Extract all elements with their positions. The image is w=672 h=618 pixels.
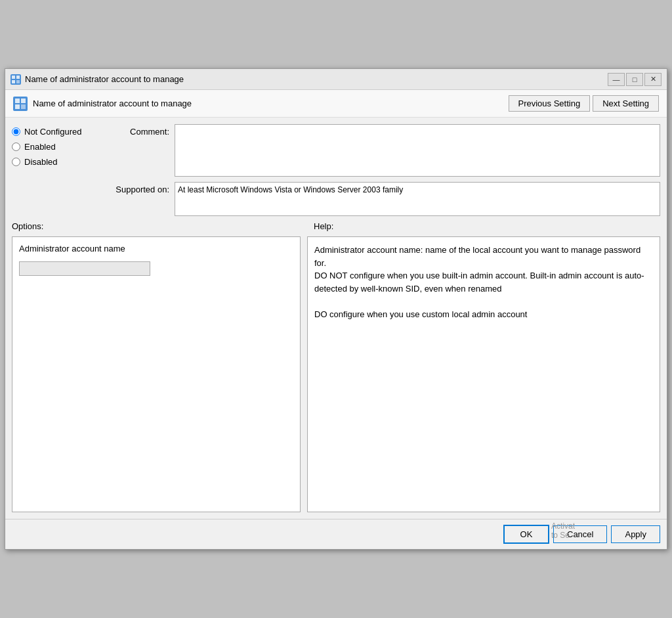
bottom-area: Activatto Se OK Cancel Apply [5,519,667,549]
svg-rect-0 [12,76,15,79]
main-content: Not Configured Enabled Disabled Comment: [5,118,667,519]
apply-button[interactable]: Apply [611,525,660,543]
radio-enabled[interactable]: Enabled [12,142,97,152]
title-bar: Name of administrator account to manage … [5,69,667,90]
form-section: Comment: Supported on: At least Microsof… [104,124,660,216]
help-text: Administrator account name: name of the … [314,244,653,295]
top-section: Not Configured Enabled Disabled Comment: [12,124,660,216]
minimize-button[interactable]: — [608,73,625,86]
svg-rect-3 [16,80,20,83]
radio-not-configured[interactable]: Not Configured [12,127,97,137]
window-title: Name of administrator account to manage [25,74,608,84]
comment-row: Comment: [104,124,660,177]
svg-rect-2 [12,80,15,83]
radio-disabled[interactable]: Disabled [12,157,97,167]
svg-rect-7 [21,104,26,109]
panels-row: Administrator account name Administrator… [12,236,660,512]
svg-rect-4 [15,99,20,103]
disabled-label: Disabled [24,157,58,167]
section-labels-row: Options: Help: [12,221,660,231]
comment-textarea[interactable] [175,124,660,177]
maximize-button[interactable]: □ [626,73,643,86]
admin-account-name-input[interactable] [19,261,150,276]
help-panel: Administrator account name: name of the … [307,236,660,512]
header-buttons: Previous Setting Next Setting [509,95,660,112]
close-button[interactable]: ✕ [644,73,662,86]
header-left: Name of administrator account to manage [13,97,192,111]
window-icon [10,74,21,85]
activate-watermark: Activatto Se [551,521,575,540]
title-bar-controls: — □ ✕ [608,73,662,86]
main-window: Name of administrator account to manage … [5,68,667,550]
bottom-bar: Activatto Se OK Cancel Apply [5,519,667,549]
header-title: Name of administrator account to manage [33,99,192,108]
help-text-2: DO configure when you use custom local a… [314,308,653,321]
radio-group: Not Configured Enabled Disabled [12,124,97,216]
previous-setting-button[interactable]: Previous Setting [509,95,591,112]
enabled-label: Enabled [24,142,56,152]
header-bar: Name of administrator account to manage … [5,90,667,118]
supported-row: Supported on: At least Microsoft Windows… [104,182,660,216]
help-section-label: Help: [314,219,333,234]
svg-rect-5 [21,99,26,103]
supported-label: Supported on: [104,182,169,194]
header-icon [13,97,28,111]
ok-button[interactable]: OK [503,525,549,544]
not-configured-label: Not Configured [24,127,81,137]
options-section-label: Options: [12,219,43,234]
next-setting-button[interactable]: Next Setting [593,95,659,112]
options-panel: Administrator account name [12,236,301,512]
svg-rect-6 [15,104,20,109]
supported-value: At least Microsoft Windows Vista or Wind… [175,182,660,216]
comment-label: Comment: [104,124,169,137]
options-panel-title: Administrator account name [19,244,293,254]
svg-rect-1 [16,76,20,79]
